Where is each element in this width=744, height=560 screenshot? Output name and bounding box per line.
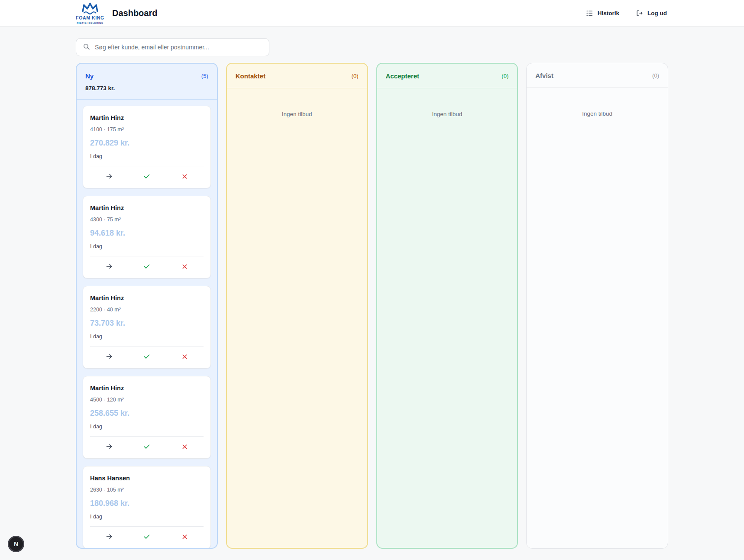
column-kontaktet-body: Ingen tilbud [227,88,367,548]
search-input[interactable] [95,44,262,51]
column-ny-count: (5) [201,71,208,81]
offer-date: I dag [90,423,204,430]
logout-label: Log ud [647,10,667,16]
card-actions [90,436,204,456]
accept-offer-button[interactable] [128,351,165,362]
logo-name: FOAM KING [76,15,104,20]
open-offer-button[interactable] [90,261,128,272]
foam-king-logo[interactable]: FOAM KING RIGTIG ISOLERING [76,3,104,24]
offer-card[interactable]: Martin Hinz 4300 · 75 m² 94.618 kr. I da… [83,196,211,278]
column-accepteret: Accepteret (0) Ingen tilbud [376,63,518,549]
customer-name: Martin Hinz [90,113,204,122]
accept-offer-button[interactable] [128,171,165,181]
offer-card[interactable]: Martin Hinz 2200 · 40 m² 73.703 kr. I da… [83,286,211,369]
check-icon [143,172,151,180]
header-actions: Historik Log ud [586,10,667,17]
floating-widget-button[interactable]: N [8,536,24,552]
history-label: Historik [598,10,619,16]
column-kontaktet-count: (0) [352,71,359,81]
offer-price: 73.703 kr. [90,318,204,328]
open-offer-button[interactable] [90,441,128,452]
column-kontaktet: Kontaktet (0) Ingen tilbud [226,63,368,549]
check-icon [143,443,151,450]
column-accepteret-count: (0) [501,71,508,81]
offer-date: I dag [90,333,204,340]
offer-price: 180.968 kr. [90,498,204,508]
column-ny-body: Martin Hinz 4100 · 175 m² 270.829 kr. I … [77,100,217,548]
reject-offer-button[interactable] [166,171,204,181]
open-offer-button[interactable] [90,171,128,181]
empty-state-text: Ingen tilbud [533,94,662,117]
empty-state-text: Ingen tilbud [383,94,511,117]
reject-offer-button[interactable] [166,441,204,452]
offer-details: 2200 · 40 m² [90,306,204,313]
logout-button[interactable]: Log ud [636,10,667,17]
offer-details: 2630 · 105 m² [90,486,204,493]
main-content: Ny (5) 878.773 kr. Martin Hinz 4100 · 17… [0,27,744,549]
accept-offer-button[interactable] [128,441,165,452]
offer-date: I dag [90,243,204,250]
check-icon [143,353,151,360]
offer-date: I dag [90,153,204,160]
accept-offer-button[interactable] [128,531,165,542]
column-afvist-title: Afvist [535,71,553,81]
customer-name: Martin Hinz [90,204,204,212]
column-accepteret-header: Accepteret (0) [377,64,518,88]
column-ny-header: Ny (5) 878.773 kr. [77,64,217,100]
card-actions [90,166,204,185]
customer-name: Martin Hinz [90,294,204,302]
arrow-right-icon [105,443,113,450]
x-icon [181,533,188,541]
accept-offer-button[interactable] [128,261,165,272]
arrow-right-icon [105,262,113,270]
arrow-right-icon [105,533,113,541]
column-afvist-count: (0) [652,71,659,81]
app-header: FOAM KING RIGTIG ISOLERING Dashboard His… [0,0,744,27]
check-icon [143,262,151,270]
x-icon [181,353,188,360]
column-afvist: Afvist (0) Ingen tilbud [526,63,668,549]
offer-date: I dag [90,513,204,520]
column-accepteret-body: Ingen tilbud [377,88,518,548]
column-afvist-header: Afvist (0) [527,63,668,88]
column-accepteret-title: Accepteret [386,71,420,81]
search-box [76,38,269,56]
offer-details: 4500 · 120 m² [90,396,204,403]
floating-widget-label: N [14,541,18,547]
x-icon [181,263,188,270]
open-offer-button[interactable] [90,531,128,542]
reject-offer-button[interactable] [166,531,204,542]
open-offer-button[interactable] [90,351,128,362]
header-left: FOAM KING RIGTIG ISOLERING Dashboard [76,3,157,24]
list-icon [586,10,593,17]
offer-price: 258.655 kr. [90,408,204,418]
crown-logo-icon [80,3,100,15]
reject-offer-button[interactable] [166,261,204,272]
arrow-right-icon [105,172,113,180]
column-kontaktet-header: Kontaktet (0) [227,64,367,88]
search-icon [83,43,90,52]
empty-state-text: Ingen tilbud [233,94,361,117]
customer-name: Martin Hinz [90,384,204,392]
offer-card[interactable]: Hans Hansen 2630 · 105 m² 180.968 kr. I … [83,466,211,548]
column-ny: Ny (5) 878.773 kr. Martin Hinz 4100 · 17… [76,63,218,549]
logout-icon [636,10,643,17]
offer-card[interactable]: Martin Hinz 4500 · 120 m² 258.655 kr. I … [83,376,211,459]
history-button[interactable]: Historik [586,10,619,17]
column-ny-title: Ny [85,71,94,81]
offer-price: 94.618 kr. [90,228,204,238]
reject-offer-button[interactable] [166,351,204,362]
page-title: Dashboard [112,8,157,18]
logo-tagline: RIGTIG ISOLERING [77,21,103,24]
column-kontaktet-title: Kontaktet [236,71,265,81]
arrow-right-icon [105,353,113,360]
card-actions [90,346,204,366]
x-icon [181,443,188,450]
card-actions [90,256,204,275]
check-icon [143,533,151,541]
offer-details: 4100 · 175 m² [90,126,204,133]
kanban-board: Ny (5) 878.773 kr. Martin Hinz 4100 · 17… [76,63,668,549]
offer-card[interactable]: Martin Hinz 4100 · 175 m² 270.829 kr. I … [83,106,211,188]
card-actions [90,526,204,546]
column-afvist-body: Ingen tilbud [527,88,668,548]
